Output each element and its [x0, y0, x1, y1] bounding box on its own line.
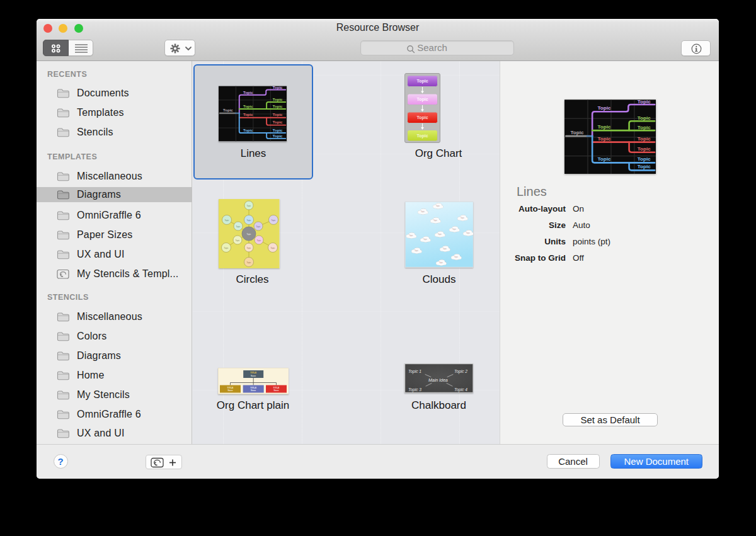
svg-text:Topic: Topic: [224, 219, 229, 221]
svg-text:TITLE: TITLE: [250, 387, 257, 389]
svg-text:Topic: Topic: [256, 225, 261, 227]
svg-text:Topic: Topic: [246, 261, 251, 263]
svg-text:Topic: Topic: [416, 97, 428, 102]
svg-text:Topic: Topic: [236, 225, 241, 227]
svg-text:Topic: Topic: [466, 232, 470, 234]
svg-text:Topic 2: Topic 2: [454, 369, 467, 374]
svg-text:TITLE: TITLE: [227, 387, 234, 389]
svg-text:Name: Name: [251, 375, 256, 377]
svg-text:Name: Name: [251, 389, 256, 392]
svg-text:Topic 3: Topic 3: [408, 387, 421, 392]
svg-text:Topic: Topic: [246, 219, 251, 221]
svg-text:Topic: Topic: [414, 249, 418, 252]
svg-text:Topic: Topic: [246, 204, 251, 207]
svg-text:Topic: Topic: [235, 239, 240, 241]
svg-text:Topic: Topic: [442, 248, 447, 250]
svg-text:Name: Name: [227, 389, 233, 392]
svg-text:Topic: Topic: [270, 246, 275, 249]
svg-text:Topic: Topic: [420, 210, 425, 213]
svg-text:Topic: Topic: [271, 219, 276, 221]
svg-text:Main Idea: Main Idea: [428, 378, 448, 382]
svg-text:Topic 4: Topic 4: [454, 387, 467, 392]
svg-text:Topic: Topic: [224, 246, 229, 249]
svg-text:Topic: Topic: [454, 256, 458, 258]
svg-text:Topic: Topic: [452, 228, 456, 231]
svg-text:Topic: Topic: [433, 219, 437, 222]
svg-text:Topic: Topic: [416, 115, 428, 120]
svg-text:Topic: Topic: [437, 233, 442, 236]
svg-text:Topic: Topic: [416, 134, 428, 139]
svg-text:TITLE: TITLE: [273, 387, 280, 389]
svg-text:Topic: Topic: [256, 239, 261, 241]
svg-text:Topic: Topic: [246, 232, 251, 235]
svg-text:TITLE: TITLE: [250, 372, 257, 374]
svg-text:Topic: Topic: [460, 217, 464, 219]
svg-text:Topic: Topic: [423, 238, 427, 241]
svg-text:Topic: Topic: [435, 205, 440, 207]
svg-text:Topic: Topic: [416, 79, 428, 84]
svg-text:Name: Name: [273, 389, 279, 392]
svg-text:Topic: Topic: [438, 261, 443, 264]
svg-text:Topic: Topic: [246, 246, 251, 249]
svg-text:Topic: Topic: [409, 234, 413, 237]
svg-text:Topic 1: Topic 1: [408, 369, 421, 374]
